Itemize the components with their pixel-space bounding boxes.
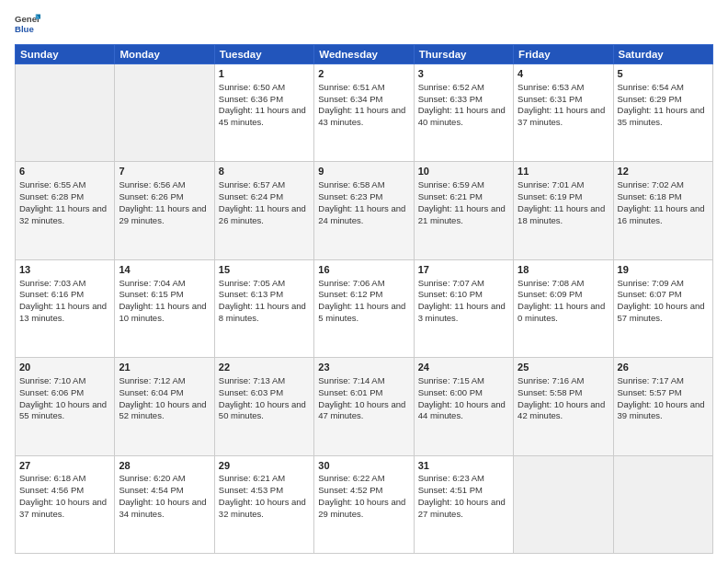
sunrise-text: Sunrise: 7:06 AM [318,278,409,290]
daylight-text: Daylight: 11 hours and 10 minutes. [119,301,210,325]
day-number: 14 [119,263,210,277]
day-number: 30 [318,459,409,473]
sunset-text: Sunset: 6:21 PM [418,191,509,203]
sunrise-text: Sunrise: 6:59 AM [418,179,509,191]
sunrise-text: Sunrise: 6:23 AM [418,473,509,485]
calendar-cell: 22Sunrise: 7:13 AMSunset: 6:03 PMDayligh… [214,358,313,455]
daylight-text: Daylight: 11 hours and 45 minutes. [219,105,310,129]
sunset-text: Sunset: 6:31 PM [518,94,609,106]
sunset-text: Sunset: 6:06 PM [19,387,110,399]
daylight-text: Daylight: 10 hours and 50 minutes. [219,399,310,423]
day-number: 23 [318,361,409,374]
calendar-cell: 19Sunrise: 7:09 AMSunset: 6:07 PMDayligh… [613,259,712,357]
sunset-text: Sunset: 6:24 PM [219,191,310,203]
calendar-cell [514,455,613,553]
daylight-text: Daylight: 11 hours and 40 minutes. [418,105,509,129]
sunrise-text: Sunrise: 6:22 AM [318,473,409,485]
daylight-text: Daylight: 10 hours and 52 minutes. [119,399,210,423]
daylight-text: Daylight: 11 hours and 8 minutes. [219,301,310,325]
daylight-text: Daylight: 10 hours and 27 minutes. [418,497,509,521]
sunrise-text: Sunrise: 6:54 AM [618,82,709,94]
sunrise-text: Sunrise: 7:09 AM [618,278,709,290]
sunrise-text: Sunrise: 6:50 AM [219,82,310,94]
sunset-text: Sunset: 6:01 PM [318,387,409,399]
daylight-text: Daylight: 10 hours and 32 minutes. [219,497,310,521]
sunset-text: Sunset: 6:03 PM [219,387,310,399]
weekday-header-wednesday: Wednesday [314,45,414,64]
day-number: 31 [418,459,509,473]
weekday-header-tuesday: Tuesday [214,45,313,64]
daylight-text: Daylight: 10 hours and 55 minutes. [19,399,110,423]
daylight-text: Daylight: 11 hours and 16 minutes. [618,203,709,227]
daylight-text: Daylight: 11 hours and 35 minutes. [618,105,709,129]
daylight-text: Daylight: 11 hours and 21 minutes. [418,203,509,227]
calendar-cell [115,64,214,162]
daylight-text: Daylight: 11 hours and 24 minutes. [318,203,409,227]
calendar-cell: 2Sunrise: 6:51 AMSunset: 6:34 PMDaylight… [314,64,414,162]
calendar-cell: 27Sunrise: 6:18 AMSunset: 4:56 PMDayligh… [16,455,115,553]
daylight-text: Daylight: 10 hours and 44 minutes. [418,399,509,423]
day-number: 12 [618,165,709,178]
weekday-header-thursday: Thursday [414,45,513,64]
day-number: 16 [318,263,409,277]
calendar-body: 1Sunrise: 6:50 AMSunset: 6:36 PMDaylight… [16,64,713,554]
daylight-text: Daylight: 10 hours and 34 minutes. [119,497,210,521]
sunset-text: Sunset: 6:12 PM [318,289,409,301]
day-number: 24 [418,361,509,374]
calendar-cell: 17Sunrise: 7:07 AMSunset: 6:10 PMDayligh… [414,259,513,357]
sunrise-text: Sunrise: 7:17 AM [618,375,709,387]
sunrise-text: Sunrise: 7:05 AM [219,278,310,290]
sunset-text: Sunset: 6:10 PM [418,289,509,301]
weekday-header-saturday: Saturday [613,45,712,64]
sunset-text: Sunset: 6:28 PM [19,191,110,203]
calendar-cell: 7Sunrise: 6:56 AMSunset: 6:26 PMDaylight… [115,162,214,259]
daylight-text: Daylight: 10 hours and 37 minutes. [19,497,110,521]
day-number: 9 [318,165,409,178]
sunset-text: Sunset: 4:53 PM [219,485,310,497]
sunset-text: Sunset: 6:19 PM [518,191,609,203]
calendar-cell: 30Sunrise: 6:22 AMSunset: 4:52 PMDayligh… [314,455,414,553]
sunset-text: Sunset: 6:26 PM [119,191,210,203]
daylight-text: Daylight: 11 hours and 5 minutes. [318,301,409,325]
sunrise-text: Sunrise: 6:52 AM [418,82,509,94]
sunset-text: Sunset: 6:04 PM [119,387,210,399]
sunset-text: Sunset: 6:07 PM [618,289,709,301]
calendar-cell: 8Sunrise: 6:57 AMSunset: 6:24 PMDaylight… [214,162,313,259]
calendar-cell: 18Sunrise: 7:08 AMSunset: 6:09 PMDayligh… [514,259,613,357]
sunrise-text: Sunrise: 7:08 AM [518,278,609,290]
calendar-table: SundayMondayTuesdayWednesdayThursdayFrid… [15,44,713,554]
daylight-text: Daylight: 11 hours and 18 minutes. [518,203,609,227]
daylight-text: Daylight: 10 hours and 42 minutes. [518,399,609,423]
day-number: 25 [518,361,609,374]
sunrise-text: Sunrise: 6:20 AM [119,473,210,485]
calendar-cell: 21Sunrise: 7:12 AMSunset: 6:04 PMDayligh… [115,358,214,455]
sunrise-text: Sunrise: 6:21 AM [219,473,310,485]
sunrise-text: Sunrise: 6:18 AM [19,473,110,485]
calendar-cell: 9Sunrise: 6:58 AMSunset: 6:23 PMDaylight… [314,162,414,259]
sunrise-text: Sunrise: 6:51 AM [318,82,409,94]
header: General Blue [15,11,713,37]
daylight-text: Daylight: 11 hours and 13 minutes. [19,301,110,325]
sunset-text: Sunset: 4:52 PM [318,485,409,497]
calendar-cell: 25Sunrise: 7:16 AMSunset: 5:58 PMDayligh… [514,358,613,455]
day-number: 29 [219,459,310,473]
calendar-header-row: SundayMondayTuesdayWednesdayThursdayFrid… [16,45,713,64]
sunrise-text: Sunrise: 7:01 AM [518,179,609,191]
calendar-cell: 10Sunrise: 6:59 AMSunset: 6:21 PMDayligh… [414,162,513,259]
calendar-week-row: 13Sunrise: 7:03 AMSunset: 6:16 PMDayligh… [16,259,713,357]
day-number: 7 [119,165,210,178]
day-number: 27 [19,459,110,473]
day-number: 22 [219,361,310,374]
sunset-text: Sunset: 6:29 PM [618,94,709,106]
svg-text:Blue: Blue [15,24,34,34]
calendar-cell: 24Sunrise: 7:15 AMSunset: 6:00 PMDayligh… [414,358,513,455]
day-number: 5 [618,67,709,81]
day-number: 1 [219,67,310,81]
sunrise-text: Sunrise: 6:58 AM [318,179,409,191]
sunrise-text: Sunrise: 6:55 AM [19,179,110,191]
daylight-text: Daylight: 11 hours and 26 minutes. [219,203,310,227]
calendar-cell: 20Sunrise: 7:10 AMSunset: 6:06 PMDayligh… [16,358,115,455]
calendar-cell: 4Sunrise: 6:53 AMSunset: 6:31 PMDaylight… [514,64,613,162]
sunset-text: Sunset: 5:58 PM [518,387,609,399]
calendar-cell [613,455,712,553]
